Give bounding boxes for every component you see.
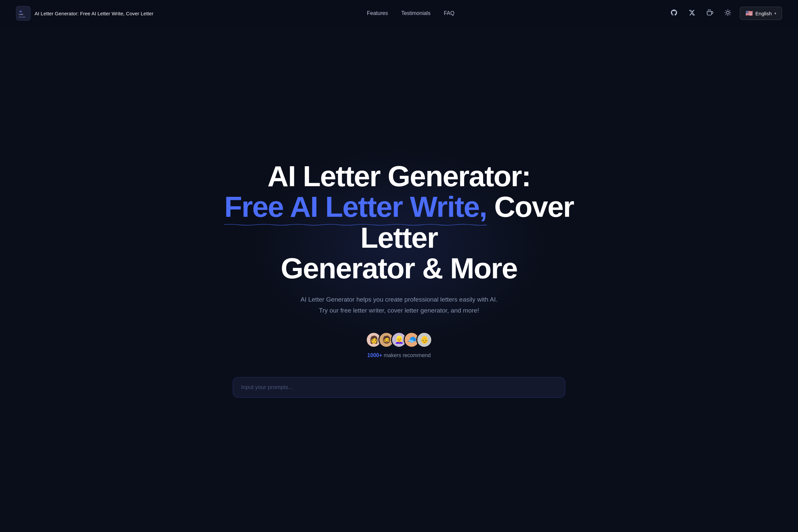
coffee-icon bbox=[706, 9, 713, 18]
nav-links: Features Testimonials FAQ bbox=[367, 10, 455, 16]
language-flag: 🇺🇸 bbox=[745, 10, 753, 17]
github-icon bbox=[670, 9, 678, 18]
hero-subtitle-line1: AI Letter Generator helps you create pro… bbox=[301, 296, 497, 303]
github-button[interactable] bbox=[668, 7, 680, 19]
svg-line-10 bbox=[725, 10, 726, 11]
theme-toggle-icon bbox=[724, 9, 731, 18]
logo-text: AI Letter Generator: Free AI Letter Writ… bbox=[35, 11, 153, 16]
twitter-x-icon bbox=[689, 9, 695, 18]
svg-text:Generator: Generator bbox=[19, 16, 25, 18]
nav-features[interactable]: Features bbox=[367, 10, 388, 16]
svg-text:Letter: Letter bbox=[19, 13, 24, 15]
svg-line-15 bbox=[729, 10, 730, 11]
hero-title-line3: Generator & More bbox=[200, 253, 598, 284]
makers-suffix: makers recommend bbox=[382, 353, 431, 358]
hero-subtitle: AI Letter Generator helps you create pro… bbox=[301, 294, 497, 316]
twitter-button[interactable] bbox=[686, 7, 698, 19]
svg-line-11 bbox=[729, 14, 730, 15]
language-label: English bbox=[756, 11, 772, 16]
makers-count: 1000+ bbox=[367, 353, 382, 358]
hero-title-line2: Free AI Letter Write, Cover Letter bbox=[200, 191, 598, 253]
hero-title: AI Letter Generator: Free AI Letter Writ… bbox=[200, 161, 598, 284]
logo-icon: Ai Letter Generator bbox=[16, 6, 31, 21]
coffee-button[interactable] bbox=[704, 7, 716, 19]
avatar-5: 👴 bbox=[416, 332, 432, 348]
svg-text:Ai: Ai bbox=[19, 10, 22, 13]
nav-faq[interactable]: FAQ bbox=[444, 10, 455, 16]
svg-line-14 bbox=[725, 14, 726, 15]
avatars-row: 👩 🧔 👱‍♀️ 🧢 👴 bbox=[366, 332, 432, 348]
hero-title-line1: AI Letter Generator: bbox=[200, 161, 598, 191]
navbar: Ai Letter Generator AI Letter Generator:… bbox=[0, 0, 798, 26]
chevron-down-icon: ▾ bbox=[774, 11, 776, 16]
makers-text: 1000+ makers recommend bbox=[367, 353, 431, 358]
nav-testimonials[interactable]: Testimonials bbox=[401, 10, 431, 16]
svg-point-7 bbox=[726, 11, 729, 14]
navbar-actions: 🇺🇸 English ▾ bbox=[668, 7, 782, 20]
hero-section: AI Letter Generator: Free AI Letter Writ… bbox=[0, 0, 798, 532]
avatars-section: 👩 🧔 👱‍♀️ 🧢 👴 1000+ makers recommend bbox=[366, 332, 432, 358]
hero-title-blue-text: Free AI Letter Write, bbox=[224, 190, 487, 223]
prompt-input[interactable] bbox=[241, 384, 557, 391]
language-button[interactable]: 🇺🇸 English ▾ bbox=[740, 7, 782, 20]
prompt-input-section bbox=[233, 377, 565, 398]
hero-subtitle-line2: Try our free letter writer, cover letter… bbox=[319, 307, 479, 314]
prompt-input-wrapper bbox=[233, 377, 565, 398]
theme-toggle-button[interactable] bbox=[722, 7, 734, 19]
logo-link[interactable]: Ai Letter Generator AI Letter Generator:… bbox=[16, 6, 153, 21]
